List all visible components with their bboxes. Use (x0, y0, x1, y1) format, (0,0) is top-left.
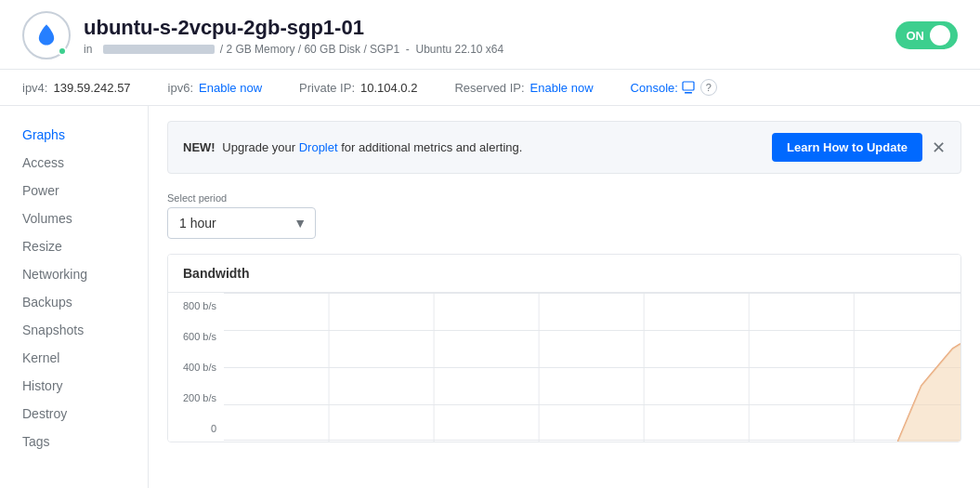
ipv4-value: 139.59.242.57 (53, 81, 130, 95)
svg-marker-8 (898, 344, 960, 442)
y-axis-label: 800 b/s (179, 300, 216, 311)
in-label: in (84, 43, 92, 56)
main-layout: GraphsAccessPowerVolumesResizeNetworking… (0, 106, 980, 488)
reserved-ip-label: Reserved IP: (454, 81, 524, 95)
sidebar-item-tags[interactable]: Tags (0, 428, 148, 455)
learn-update-button[interactable]: Learn How to Update (772, 133, 922, 162)
toggle-label: ON (907, 29, 925, 43)
sidebar-item-resize[interactable]: Resize (0, 232, 148, 260)
y-axis: 800 b/s600 b/s400 b/s200 b/s0 (168, 293, 224, 442)
period-select-wrapper: 1 hour6 hours24 hours7 days30 days ▼ (167, 207, 316, 239)
sidebar-item-volumes[interactable]: Volumes (0, 204, 148, 232)
console-icon (682, 80, 697, 95)
sidebar-item-history[interactable]: History (0, 372, 148, 400)
os: Ubuntu 22.10 x64 (415, 43, 503, 56)
chart-svg (224, 293, 960, 442)
private-ip-value: 10.104.0.2 (360, 81, 417, 95)
power-toggle[interactable]: ON (895, 21, 959, 49)
help-icon[interactable]: ? (700, 79, 717, 96)
droplet-meta: in / 2 GB Memory / 60 GB Disk / SGP1 - U… (84, 43, 503, 56)
period-select[interactable]: 1 hour6 hours24 hours7 days30 days (167, 207, 316, 239)
alert-message2: for additional metrics and alerting. (341, 140, 522, 154)
project-link[interactable] (101, 43, 219, 56)
chart-title: Bandwidth (168, 255, 960, 293)
ipv6-item: ipv6: Enable now (168, 81, 262, 95)
period-selector: Select period 1 hour6 hours24 hours7 day… (167, 192, 961, 239)
sidebar-item-backups[interactable]: Backups (0, 288, 148, 316)
period-label: Select period (167, 192, 961, 204)
content: NEW! Upgrade your Droplet for additional… (149, 106, 980, 488)
close-alert-button[interactable]: ✕ (932, 139, 946, 156)
new-badge: NEW! (183, 140, 216, 154)
reserved-ip-enable-link[interactable]: Enable now (530, 81, 594, 95)
top-bar-left: ubuntu-s-2vcpu-2gb-sgp1-01 in / 2 GB Mem… (22, 11, 503, 59)
sidebar: GraphsAccessPowerVolumesResizeNetworking… (0, 106, 149, 488)
chart-inner: 800 b/s600 b/s400 b/s200 b/s0 (168, 293, 960, 442)
info-bar: ipv4: 139.59.242.57 ipv6: Enable now Pri… (0, 70, 980, 106)
alert-highlight: Droplet (299, 140, 338, 154)
svg-rect-0 (683, 82, 694, 90)
y-axis-label: 400 b/s (179, 362, 216, 373)
console-link[interactable]: Console: ? (631, 79, 717, 96)
top-bar: ubuntu-s-2vcpu-2gb-sgp1-01 in / 2 GB Mem… (0, 0, 980, 70)
droplet-icon (22, 11, 71, 59)
specs: / 2 GB Memory / 60 GB Disk / SGP1 (220, 43, 399, 56)
chart-area (224, 293, 960, 442)
droplet-name: ubuntu-s-2vcpu-2gb-sgp1-01 (84, 16, 503, 40)
y-axis-label: 0 (179, 423, 216, 434)
console-item: Console: ? (631, 79, 717, 96)
ipv4-item: ipv4: 139.59.242.57 (22, 81, 131, 95)
alert-message: Upgrade your (222, 140, 298, 154)
alert-text: NEW! Upgrade your Droplet for additional… (183, 140, 522, 154)
droplet-svg (33, 22, 59, 48)
toggle-knob (930, 25, 950, 46)
svg-rect-1 (685, 92, 692, 94)
bandwidth-chart: Bandwidth 800 b/s600 b/s400 b/s200 b/s0 (167, 254, 961, 442)
private-ip-label: Private IP: (299, 81, 355, 95)
sidebar-item-kernel[interactable]: Kernel (0, 344, 148, 372)
y-axis-label: 600 b/s (179, 331, 216, 342)
sidebar-item-power[interactable]: Power (0, 177, 148, 204)
sidebar-item-snapshots[interactable]: Snapshots (0, 316, 148, 344)
y-axis-label: 200 b/s (179, 392, 216, 403)
alert-banner: NEW! Upgrade your Droplet for additional… (167, 121, 961, 174)
sidebar-item-networking[interactable]: Networking (0, 260, 148, 288)
sidebar-item-graphs[interactable]: Graphs (0, 121, 148, 149)
alert-actions: Learn How to Update ✕ (772, 133, 946, 162)
droplet-info: ubuntu-s-2vcpu-2gb-sgp1-01 in / 2 GB Mem… (84, 16, 503, 56)
reserved-ip-item: Reserved IP: Enable now (454, 81, 593, 95)
ipv4-label: ipv4: (22, 81, 47, 95)
status-dot (58, 46, 67, 56)
console-label: Console: (631, 81, 678, 95)
sidebar-item-access[interactable]: Access (0, 149, 148, 177)
ipv6-label: ipv6: (168, 81, 193, 95)
sidebar-item-destroy[interactable]: Destroy (0, 400, 148, 428)
chart-body: 800 b/s600 b/s400 b/s200 b/s0 (168, 293, 960, 442)
ipv6-enable-link[interactable]: Enable now (199, 81, 262, 95)
private-ip-item: Private IP: 10.104.0.2 (299, 81, 417, 95)
